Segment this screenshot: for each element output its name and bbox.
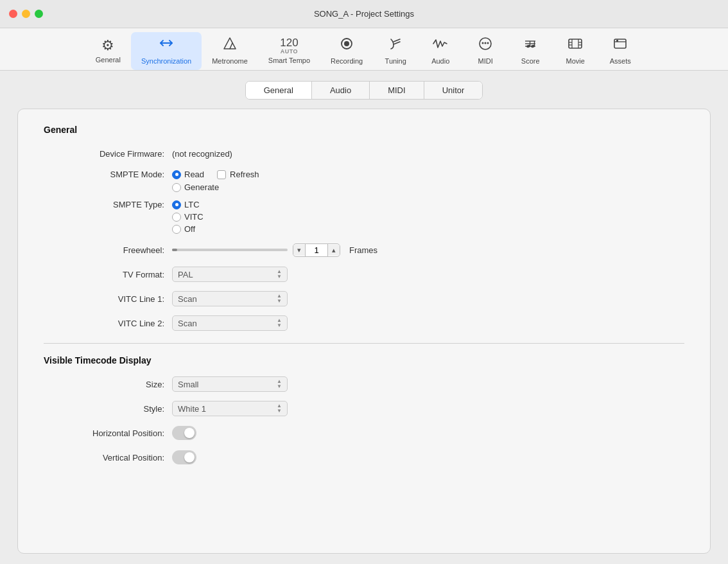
svg-rect-16 — [569, 39, 582, 48]
horizontal-position-row: Horizontal Position: — [44, 425, 684, 441]
vertical-position-label: Vertical Position: — [44, 453, 172, 463]
tv-format-row: TV Format: PAL ▲▼ — [44, 266, 684, 283]
size-select[interactable]: Small ▲▼ — [172, 376, 288, 392]
freewheel-increment[interactable]: ▴ — [328, 245, 340, 256]
svg-point-4 — [344, 41, 349, 46]
smpte-type-row: SMPTE Type: LTC VITC Off — [44, 200, 684, 234]
audio-icon — [432, 36, 449, 55]
toolbar-item-assets[interactable]: Assets — [598, 32, 643, 70]
tv-format-select[interactable]: PAL ▲▼ — [172, 267, 288, 282]
svg-point-7 — [485, 42, 487, 44]
smpte-mode-read[interactable]: Read — [172, 170, 204, 179]
freewheel-control: ▾ 1 ▴ Frames — [172, 243, 377, 257]
freewheel-unit: Frames — [349, 245, 377, 255]
radio-off — [172, 225, 181, 234]
vitc-line2-value: Scan — [178, 319, 197, 328]
minimize-button[interactable] — [22, 10, 30, 18]
toolbar-label-midi: MIDI — [478, 57, 493, 65]
vitc-line2-select[interactable]: Scan ▲▼ — [172, 315, 288, 331]
radio-ltc — [172, 200, 181, 209]
toolbar-item-tuning[interactable]: Tuning — [373, 32, 418, 70]
tab-unitor[interactable]: Unitor — [424, 82, 483, 99]
device-firmware-row: Device Firmware: (not recognized) — [44, 145, 684, 162]
toolbar-label-general: General — [96, 56, 121, 64]
svg-point-8 — [487, 42, 489, 44]
toolbar-item-smart-tempo[interactable]: 120 AUTO Smart Tempo — [258, 33, 320, 69]
tempo-number-icon: 120 — [280, 37, 298, 48]
window-title: SONG_A - Project Settings — [314, 9, 414, 19]
tab-bar: General Audio MIDI Unitor — [245, 81, 483, 100]
vitc-line1-label: VITC Line 1: — [44, 294, 172, 304]
svg-line-2 — [230, 43, 232, 49]
svg-rect-23 — [614, 39, 626, 48]
recording-icon — [339, 36, 354, 55]
close-button[interactable] — [9, 10, 17, 18]
toolbar-label-sync: Synchronization — [141, 57, 191, 65]
tab-audio[interactable]: Audio — [312, 82, 370, 99]
toolbar-item-midi[interactable]: MIDI — [463, 32, 508, 70]
vitc-line2-label: VITC Line 2: — [44, 319, 172, 328]
section-divider — [44, 343, 684, 344]
vitc-line1-arrows: ▲▼ — [277, 294, 282, 304]
toolbar-label-metronome: Metronome — [212, 57, 248, 65]
svg-rect-25 — [616, 40, 618, 42]
radio-vitc — [172, 213, 181, 222]
assets-icon — [612, 36, 628, 55]
style-select[interactable]: White 1 ▲▼ — [172, 401, 288, 416]
checkbox-refresh — [217, 170, 226, 179]
toolbar-label-movie: Movie — [566, 57, 585, 65]
freewheel-row: Freewheel: ▾ 1 ▴ Frames — [44, 242, 684, 258]
freewheel-stepper: ▾ 1 ▴ — [293, 243, 340, 257]
smpte-type-off[interactable]: Off — [172, 224, 204, 234]
radio-generate — [172, 183, 181, 192]
style-label: Style: — [44, 404, 172, 414]
svg-marker-1 — [224, 38, 236, 49]
toolbar-item-metronome[interactable]: Metronome — [202, 32, 258, 70]
freewheel-slider[interactable] — [172, 249, 288, 251]
device-firmware-label: Device Firmware: — [44, 149, 172, 159]
midi-icon — [478, 36, 493, 55]
toolbar-item-synchronization[interactable]: Synchronization — [131, 32, 202, 70]
timecode-section-title: Visible Timecode Display — [44, 355, 684, 366]
toolbar-label-score: Score — [521, 57, 540, 65]
horizontal-position-label: Horizontal Position: — [44, 428, 172, 438]
smpte-refresh-checkbox[interactable]: Refresh — [217, 170, 259, 179]
maximize-button[interactable] — [35, 10, 43, 18]
size-arrows: ▲▼ — [277, 379, 282, 389]
smpte-mode-generate[interactable]: Generate — [172, 182, 219, 192]
freewheel-decrement[interactable]: ▾ — [293, 245, 305, 256]
toolbar-label-recording: Recording — [331, 57, 363, 65]
smpte-type-vitc[interactable]: VITC — [172, 212, 204, 222]
toolbar-item-score[interactable]: Score — [508, 32, 553, 70]
style-row: Style: White 1 ▲▼ — [44, 400, 684, 417]
size-row: Size: Small ▲▼ — [44, 376, 684, 392]
svg-point-6 — [482, 42, 484, 44]
toolbar-item-movie[interactable]: Movie — [553, 32, 598, 70]
toolbar-item-audio[interactable]: Audio — [418, 32, 463, 70]
vitc-line1-select[interactable]: Scan ▲▼ — [172, 291, 288, 306]
checkbox-refresh-label: Refresh — [230, 170, 259, 179]
horizontal-position-toggle[interactable] — [172, 426, 196, 440]
tab-general[interactable]: General — [246, 82, 312, 99]
toolbar-item-general[interactable]: ⚙ General — [85, 33, 131, 69]
toolbar-item-recording[interactable]: Recording — [320, 32, 373, 70]
tv-format-label: TV Format: — [44, 270, 172, 279]
style-value: White 1 — [178, 404, 206, 414]
vertical-position-toggle[interactable] — [172, 450, 196, 464]
vitc-line2-row: VITC Line 2: Scan ▲▼ — [44, 315, 684, 331]
smpte-type-ltc[interactable]: LTC — [172, 200, 204, 209]
smpte-type-options: LTC VITC Off — [172, 200, 204, 234]
radio-ltc-label: LTC — [184, 200, 200, 209]
movie-icon — [568, 36, 583, 55]
tab-midi[interactable]: MIDI — [370, 82, 424, 99]
vitc-line1-value: Scan — [178, 294, 197, 304]
toolbar-label-assets: Assets — [610, 57, 631, 65]
main-panel: General Device Firmware: (not recognized… — [17, 109, 711, 554]
toolbar: ⚙ General Synchronization Metronome 120 … — [0, 28, 728, 71]
radio-generate-label: Generate — [184, 182, 219, 192]
gear-icon: ⚙ — [101, 37, 114, 54]
smpte-mode-label: SMPTE Mode: — [44, 170, 172, 179]
size-value: Small — [178, 380, 199, 389]
score-icon — [523, 36, 538, 55]
general-section-title: General — [44, 125, 684, 135]
